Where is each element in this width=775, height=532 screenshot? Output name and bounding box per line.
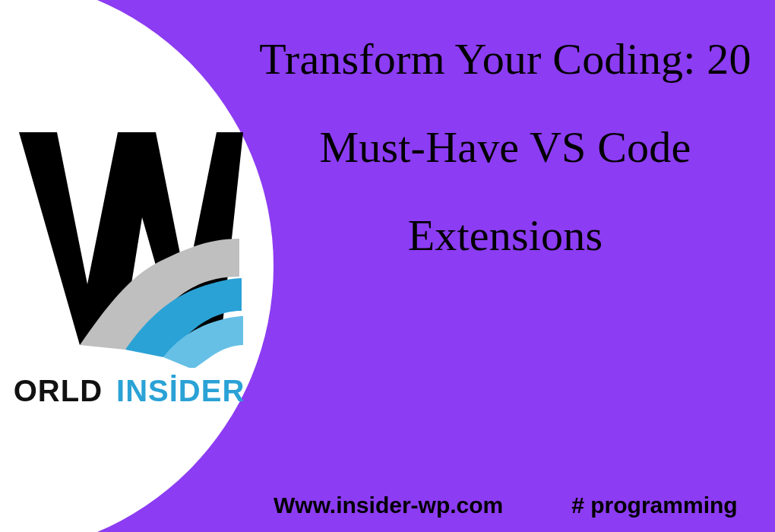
brand-name-part2: INSİDER xyxy=(116,374,245,407)
banner-canvas: ORLDINSİDER Transform Your Coding: 20 Mu… xyxy=(0,0,775,532)
site-url: Www.insider-wp.com xyxy=(274,492,503,518)
brand-name-part1: ORLD xyxy=(14,374,103,407)
brand-name: ORLDINSİDER xyxy=(14,374,245,408)
brand-logo: ORLDINSİDER xyxy=(0,91,258,441)
footer-bar: Www.insider-wp.com # programming xyxy=(0,492,775,518)
hashtag: # programming xyxy=(571,492,737,518)
headline-text: Transform Your Coding: 20 Must-Have VS C… xyxy=(243,15,767,280)
logo-mark-icon xyxy=(15,125,243,368)
